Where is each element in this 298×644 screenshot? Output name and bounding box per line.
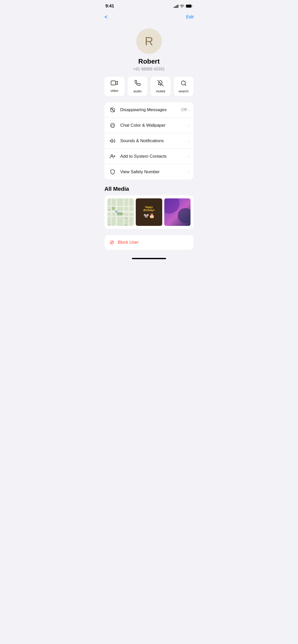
media-thumb-birthday[interactable]: HappyBirthday! 🐭🎂 bbox=[136, 198, 162, 226]
contact-name: Robert bbox=[138, 57, 160, 65]
profile-section: R Robert +91 98988 40391 bbox=[99, 24, 199, 77]
home-bar bbox=[132, 258, 166, 259]
svg-text:The LaL...: The LaL... bbox=[124, 218, 128, 219]
svg-rect-23 bbox=[111, 198, 112, 226]
block-icon: ⊘ bbox=[110, 239, 114, 246]
safety-number-label: View Safety Number bbox=[120, 169, 188, 174]
status-icons bbox=[174, 4, 193, 8]
svg-point-9 bbox=[112, 125, 112, 125]
media-card: media The Coal Shed The LaL... Maps St J… bbox=[104, 195, 194, 229]
bell-muted-icon bbox=[157, 80, 164, 87]
action-buttons-row: video audio muted bbox=[99, 77, 199, 102]
block-user-row[interactable]: ⊘ Block User bbox=[104, 235, 194, 250]
settings-card: Disappearing Messages Off › Chat Color &… bbox=[104, 102, 194, 180]
disappearing-messages-row[interactable]: Disappearing Messages Off › bbox=[104, 102, 194, 118]
muted-button-label: muted bbox=[156, 89, 165, 93]
svg-point-28 bbox=[116, 211, 117, 212]
avatar: R bbox=[136, 28, 162, 54]
video-camera-icon bbox=[111, 80, 118, 87]
muted-button[interactable]: muted bbox=[151, 77, 171, 96]
svg-text:St John's...: St John's... bbox=[124, 225, 128, 226]
signal-bars-icon bbox=[174, 4, 178, 8]
phone-icon bbox=[134, 80, 141, 87]
video-button[interactable]: video bbox=[104, 77, 125, 96]
search-button-label: search bbox=[179, 89, 188, 93]
svg-rect-22 bbox=[123, 198, 124, 226]
purple-wallpaper bbox=[164, 198, 191, 226]
disappearing-messages-value: Off bbox=[181, 107, 187, 112]
home-indicator bbox=[99, 256, 199, 263]
svg-text:Maps: Maps bbox=[107, 225, 110, 226]
chat-color-icon bbox=[109, 121, 117, 129]
chat-color-row[interactable]: Chat Color & Wallpaper › bbox=[104, 118, 194, 133]
chevron-right-icon: › bbox=[188, 154, 189, 159]
svg-line-5 bbox=[185, 84, 186, 85]
birthday-text: HappyBirthday! bbox=[143, 206, 155, 212]
svg-text:media: media bbox=[108, 209, 111, 211]
back-button[interactable]: < bbox=[104, 13, 110, 21]
block-user-label: Block User bbox=[118, 240, 139, 245]
disappearing-messages-icon bbox=[109, 106, 117, 114]
contact-phone: +91 98988 40391 bbox=[133, 67, 165, 71]
birthday-image: HappyBirthday! 🐭🎂 bbox=[136, 198, 162, 226]
svg-rect-2 bbox=[111, 81, 116, 85]
svg-point-11 bbox=[113, 125, 114, 126]
safety-number-icon bbox=[109, 168, 117, 176]
sounds-icon bbox=[109, 137, 117, 145]
edit-button[interactable]: Edit bbox=[186, 14, 194, 20]
svg-marker-13 bbox=[110, 139, 112, 143]
svg-point-8 bbox=[111, 123, 115, 128]
avatar-letter: R bbox=[145, 34, 153, 48]
add-contact-row[interactable]: Add to System Contacts › bbox=[104, 149, 194, 164]
nav-bar: < Edit bbox=[99, 11, 199, 24]
svg-rect-24 bbox=[128, 198, 129, 226]
disappearing-messages-label: Disappearing Messages bbox=[120, 107, 181, 112]
video-button-label: video bbox=[111, 89, 118, 93]
svg-rect-1 bbox=[186, 5, 192, 8]
svg-line-3 bbox=[158, 80, 163, 86]
sounds-label: Sounds & Notifications bbox=[120, 138, 188, 143]
audio-button-label: audio bbox=[133, 89, 142, 93]
safety-number-row[interactable]: View Safety Number › bbox=[104, 164, 194, 180]
svg-rect-26 bbox=[112, 207, 115, 210]
chevron-right-icon: › bbox=[188, 123, 189, 128]
media-grid: media The Coal Shed The LaL... Maps St J… bbox=[107, 198, 191, 226]
chevron-right-icon: › bbox=[188, 170, 189, 174]
chevron-right-icon: › bbox=[188, 139, 189, 143]
svg-text:The Coal Shed: The Coal Shed bbox=[117, 213, 124, 214]
svg-point-12 bbox=[111, 126, 112, 126]
status-bar: 9:41 bbox=[99, 0, 199, 11]
block-user-card: ⊘ Block User bbox=[104, 235, 194, 250]
add-contact-label: Add to System Contacts bbox=[120, 154, 188, 159]
chevron-right-icon: › bbox=[188, 108, 189, 112]
birthday-emoji: 🐭🎂 bbox=[143, 213, 155, 218]
search-button[interactable]: search bbox=[174, 77, 194, 96]
status-time: 9:41 bbox=[105, 4, 114, 9]
all-media-title: All Media bbox=[104, 186, 129, 192]
audio-button[interactable]: audio bbox=[128, 77, 148, 96]
add-contact-icon bbox=[109, 152, 117, 160]
svg-point-10 bbox=[113, 124, 114, 125]
media-thumb-purple[interactable] bbox=[164, 198, 191, 226]
map-svg: media The Coal Shed The LaL... Maps St J… bbox=[107, 198, 134, 226]
battery-icon bbox=[186, 4, 193, 8]
wifi-icon bbox=[180, 5, 184, 8]
media-section-header: All Media bbox=[99, 186, 199, 195]
search-icon bbox=[181, 80, 187, 87]
sounds-row[interactable]: Sounds & Notifications › bbox=[104, 133, 194, 149]
chat-color-label: Chat Color & Wallpaper bbox=[120, 123, 188, 128]
media-thumb-map[interactable]: media The Coal Shed The LaL... Maps St J… bbox=[107, 198, 134, 226]
